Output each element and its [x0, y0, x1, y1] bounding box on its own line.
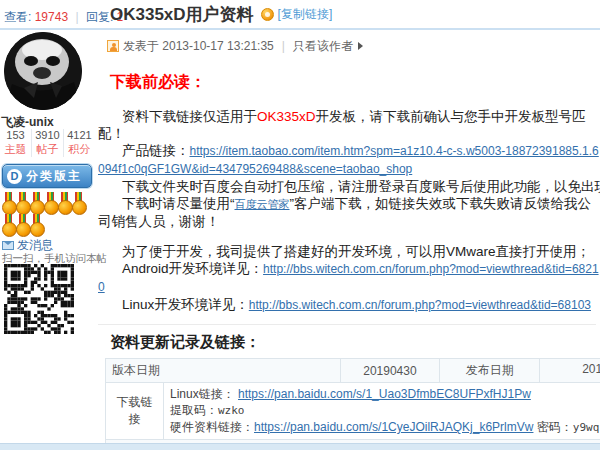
medal-icon [58, 192, 71, 213]
qr-code [4, 264, 74, 334]
envelope-icon [2, 241, 14, 250]
moderator-badge-label: 分类版主 [26, 168, 82, 185]
avatar-image [4, 32, 82, 110]
meta-separator: | [282, 39, 285, 53]
version-date-value: 20190430 [341, 359, 441, 383]
view-reply-stats: 查看: 19743 | 回复: 1 [4, 9, 123, 26]
stat-label[interactable]: 积分 [65, 142, 94, 157]
release-date-value: 2019 [540, 359, 600, 383]
medal-icon [30, 192, 43, 213]
post-meta: 发表于 2013-10-17 13:21:35|只看该作者 [107, 38, 600, 55]
hw-pan-link[interactable]: https://pan.baidu.com/s/1CyeJOilRJAQKj_k… [254, 420, 533, 434]
stat-posts: 3910 帖子 [32, 129, 64, 157]
medal-icon [72, 192, 85, 213]
stat-label[interactable]: 主题 [1, 142, 30, 157]
table-row-downloads: 下载链接 Linux链接： https://pan.baidu.com/s/1_… [106, 383, 600, 440]
stat-label[interactable]: 帖子 [33, 142, 62, 157]
post-timestamp: 发表于 2013-10-17 13:21:35 [123, 39, 274, 53]
right-triangle-icon [358, 42, 363, 50]
author-sidebar: 飞凌-unix 153 主题 3910 帖子 4121 积分 D 分类版主 发消… [0, 30, 95, 443]
thread-title: OK335xD用户资料 [110, 5, 254, 24]
send-message-label: 发消息 [17, 238, 53, 252]
moderator-badge: D 分类版主 [2, 164, 92, 188]
paragraph-android-env: Android开发环境详见：http://bbs.witech.com.cn/f… [98, 260, 600, 296]
post-content: 发表于 2013-10-17 13:21:35|只看该作者 下载前必读： 资料下… [95, 30, 600, 443]
release-date-label: 发布日期 [440, 359, 540, 383]
extract-code-label: 提取码： [170, 403, 218, 417]
download-links-cell: Linux链接： https://pan.baidu.com/s/1_Uao3D… [164, 383, 600, 440]
stat-value: 4121 [65, 129, 94, 141]
title-row: OK335xD用户资料[复制链接] [110, 3, 332, 26]
views-label: 查看: [4, 10, 31, 24]
stat-value: 153 [1, 129, 30, 141]
views-count: 19743 [35, 10, 68, 24]
medal-icon [44, 192, 57, 213]
paragraph-baidu-zip: 下载文件夹时百度会自动打包压缩，请注册登录百度账号后使用此功能，以免出现下载后不… [98, 178, 600, 195]
stats-separator: | [75, 10, 78, 24]
medal-icon [30, 214, 43, 235]
paragraph-product-link: 产品链接：https://item.taobao.com/item.htm?sp… [98, 142, 600, 178]
only-author-link[interactable]: 只看该作者 [293, 39, 353, 53]
stat-threads: 153 主题 [0, 129, 32, 157]
thread-header: 查看: 19743 | 回复: 1 OK335xD用户资料[复制链接] [0, 0, 600, 30]
linux-env-label: Linux开发环境详见： [122, 297, 249, 312]
coin-icon [261, 8, 274, 21]
hw-pass-label: 密码： [537, 420, 573, 434]
medal-icon [16, 192, 29, 213]
forum-thread-page: 查看: 19743 | 回复: 1 OK335xD用户资料[复制链接] [0, 0, 600, 450]
extract-code-value: wzko [218, 404, 245, 417]
qr-code-image [4, 264, 74, 334]
hw-pan-label: 硬件资料链接： [170, 420, 254, 434]
discuz-d-logo-icon: D [7, 169, 22, 184]
medal-icon [16, 214, 29, 235]
table-row-version: 版本日期 20190430 发布日期 2019 [106, 359, 600, 383]
paragraph-linux-env: Linux开发环境详见：http://bbs.witech.com.cn/for… [98, 296, 600, 314]
medal-row-2 [2, 214, 44, 239]
product-link-label: 产品链接： [122, 143, 190, 158]
paragraph-baidu-client: 下载时请尽量使用“百度云管家”客户端下载，如链接失效或下载失败请反馈给我公司销售… [98, 195, 600, 230]
paragraph-env: 为了便于开发，我司提供了搭建好的开发环境，可以用VMware直接打开使用； [98, 243, 600, 260]
version-date-label: 版本日期 [106, 359, 341, 383]
medal-icon [2, 214, 15, 235]
linux-env-link[interactable]: http://bbs.witech.com.cn/forum.php?mod=v… [249, 298, 591, 312]
stat-points: 4121 积分 [64, 129, 95, 157]
linux-pan-link[interactable]: https://pan.baidu.com/s/1_Uao3DfmbEC8UFP… [238, 387, 531, 401]
stat-value: 3910 [33, 129, 62, 141]
section-title: 资料更新记录及链接： [110, 333, 600, 352]
paragraph-compat: 资料下载链接仅适用于OK335xD开发板，请下载前确认与您手中开发板型号匹配！ [98, 108, 600, 142]
hw-pass-value: y9wq [573, 421, 600, 434]
medal-icon [2, 192, 15, 213]
content-divider [98, 324, 596, 325]
user-avatar[interactable] [4, 32, 82, 110]
copy-link-button[interactable]: [复制链接] [278, 7, 333, 21]
notice-title: 下载前必读： [110, 72, 600, 93]
poster-icon [107, 40, 119, 52]
update-table: 版本日期 20190430 发布日期 2019 下载链接 Linux链接： ht… [105, 358, 600, 443]
baidu-client-link[interactable]: 百度云管家 [235, 198, 290, 210]
linux-pan-label: Linux链接： [170, 387, 235, 401]
android-env-label: Android开发环境详见： [122, 261, 263, 276]
board-model-red: OK335xD [257, 109, 316, 124]
download-links-label: 下载链接 [106, 383, 164, 440]
author-stats: 153 主题 3910 帖子 4121 积分 [0, 129, 95, 157]
page-bottom-band [0, 443, 600, 450]
